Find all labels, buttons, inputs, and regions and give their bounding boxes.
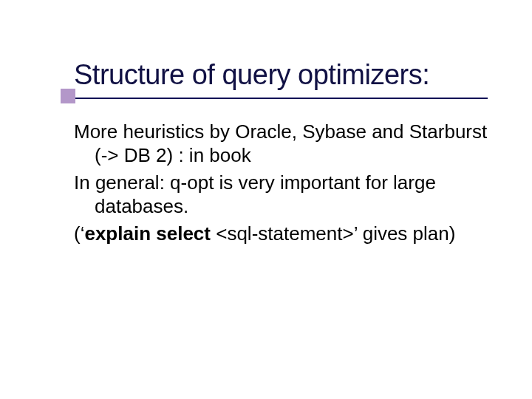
p3-pre: (‘ — [74, 222, 84, 245]
body-paragraph-1: More heuristics by Oracle, Sybase and St… — [74, 120, 488, 168]
p3-post: <sql-statement>’ gives plan) — [211, 222, 455, 245]
slide-body: More heuristics by Oracle, Sybase and St… — [74, 120, 488, 246]
accent-square-icon — [61, 89, 75, 103]
body-paragraph-3: (‘explain select <sql-statement>’ gives … — [74, 222, 488, 246]
title-block: Structure of query optimizers: — [74, 59, 488, 99]
slide-title: Structure of query optimizers: — [74, 59, 488, 92]
title-underline — [74, 98, 488, 99]
p3-bold: explain select — [84, 222, 211, 245]
slide: Structure of query optimizers: More heur… — [0, 0, 532, 399]
body-paragraph-2: In general: q-opt is very important for … — [74, 171, 488, 219]
